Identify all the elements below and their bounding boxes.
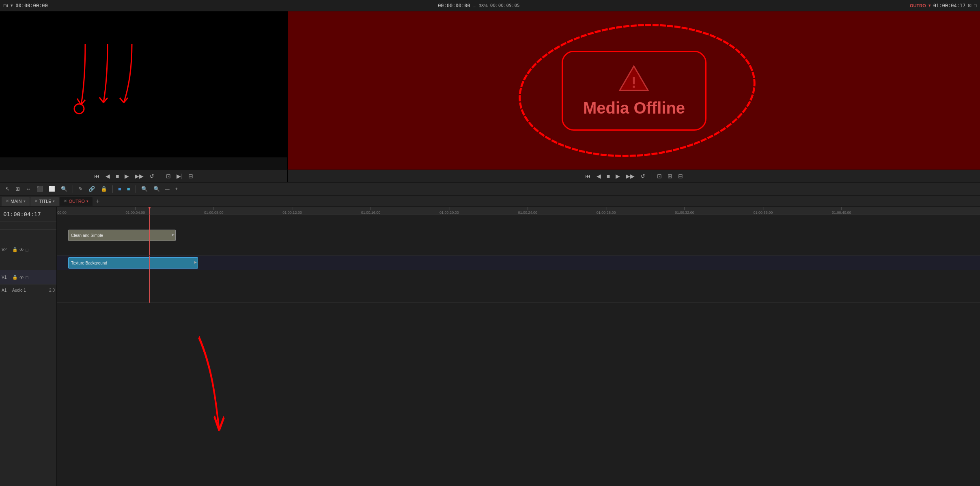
toolbar-separator-2	[112, 185, 113, 193]
source-skip-start-button[interactable]: ⏮	[93, 172, 101, 180]
v1-lock-icon[interactable]: 🔒	[12, 275, 18, 280]
program-transport-sep	[651, 172, 651, 180]
media-offline-text: Media Offline	[583, 99, 685, 117]
ruler-mark-11: 01:00:40:00	[832, 207, 851, 215]
zoom-tool-button[interactable]: 🔍	[59, 185, 69, 193]
tab-main[interactable]: ✕ MAIN ▾	[2, 197, 30, 206]
source-lift-button[interactable]: ▶|	[175, 172, 184, 180]
clip-texture-background[interactable]: Texture Background ▸	[68, 257, 198, 269]
draw-tool-button[interactable]: ✎	[76, 185, 85, 193]
transport-area: ⏮ ◀ ■ ▶ ▶▶ ↺ ⊡ ▶| ⊟ ⏮ ◀ ■ ▶ ▶▶ ↺ ⊡ ⊞ ⊟	[0, 170, 980, 183]
ruler-mark-4: 01:00:12:00	[282, 207, 302, 215]
right-timecode: 01:00:04:17	[933, 3, 965, 9]
a1-num: 2.0	[49, 288, 55, 292]
ruler-mark-2: 01:00:04:00	[126, 207, 145, 215]
transport-separator	[160, 172, 160, 180]
source-ext-button[interactable]: ⊟	[187, 172, 195, 180]
preview-area: ! Media Offline	[0, 11, 980, 170]
v2-lock-icon[interactable]: 🔒	[12, 247, 18, 252]
program-prev-frame-button[interactable]: ◀	[595, 172, 603, 180]
source-video-display	[0, 11, 287, 157]
tab-main-label: MAIN	[11, 199, 22, 204]
program-loop-button[interactable]: ↺	[639, 172, 647, 180]
options-dots[interactable]: ...	[473, 3, 476, 8]
program-duration: 00:00:09:05	[490, 3, 520, 8]
color-cyan-button[interactable]: ■	[125, 185, 132, 193]
panel-icon-2[interactable]: □	[974, 3, 977, 8]
source-next-frame-button[interactable]: ▶▶	[133, 172, 145, 180]
ruler-mark-7: 01:00:24:00	[518, 207, 537, 215]
tab-outro-label: OUTRO	[69, 199, 85, 204]
source-insert-button[interactable]: ⊡	[164, 172, 172, 180]
a1-label: A1	[2, 288, 11, 292]
program-stop-button[interactable]: ■	[605, 172, 612, 180]
timeline-ruler[interactable]: 01:00:00:00 01:00:04:00 01:00:08:00 01:0…	[57, 207, 980, 215]
zoom-out-button[interactable]: 🔍	[139, 185, 150, 193]
tab-outro-chevron[interactable]: ▾	[86, 199, 88, 203]
source-loop-button[interactable]: ↺	[148, 172, 156, 180]
timeline-tracks: 01:00:00:00 01:00:04:00 01:00:08:00 01:0…	[57, 207, 980, 486]
slide-tool-button[interactable]: ⬛	[34, 185, 45, 193]
track-lane-v2: Clean and Simple ▸	[57, 215, 980, 256]
v1-eye-icon[interactable]: 👁	[19, 275, 24, 280]
source-monitor-header: Fit ▾ 00:00:00:00	[3, 3, 48, 9]
tab-title-close[interactable]: ✕	[34, 199, 38, 203]
outro-label: OUTRO	[910, 3, 926, 8]
clip-v1-label: Texture Background	[71, 261, 107, 265]
slip-tool-button[interactable]: ↔	[24, 185, 33, 193]
panel-icon-1[interactable]: ⊡	[968, 3, 971, 8]
track-header-v1: V1 🔒 👁 □	[0, 270, 56, 285]
ruler-mark-10: 01:00:36:00	[754, 207, 773, 215]
tab-title-chevron[interactable]: ▾	[53, 199, 55, 203]
clip-clean-and-simple[interactable]: Clean and Simple ▸	[68, 230, 176, 241]
track-lane-a1	[57, 270, 980, 303]
sequence-tabs: ✕ MAIN ▾ ✕ TITLE ▾ ✕ OUTRO ▾ +	[0, 196, 980, 207]
outro-header: OUTRO ▾ 01:00:04:17 ⊡ □	[910, 3, 977, 9]
zoom-fit-button[interactable]: 🔍	[151, 185, 162, 193]
ruler-mark-8: 01:00:28:00	[597, 207, 616, 215]
program-next-frame-button[interactable]: ▶▶	[624, 172, 636, 180]
tab-main-chevron[interactable]: ▾	[24, 199, 26, 203]
source-monitor	[0, 11, 288, 170]
tab-outro[interactable]: ✕ OUTRO ▾	[60, 197, 93, 206]
program-play-button[interactable]: ▶	[614, 172, 622, 180]
program-extra-2[interactable]: ⊞	[666, 172, 674, 180]
v1-settings-icon[interactable]: □	[26, 275, 28, 280]
tab-outro-close[interactable]: ✕	[64, 199, 67, 203]
link-tool-button[interactable]: 🔗	[86, 185, 97, 193]
source-prev-frame-button[interactable]: ◀	[104, 172, 112, 180]
program-extra-3[interactable]: ⊟	[676, 172, 685, 180]
warning-triangle-icon: !	[618, 64, 650, 92]
track-lane-v1: Texture Background ▸	[57, 256, 980, 270]
fit-label: Fit	[3, 3, 8, 8]
toolbar-separator-1	[73, 185, 73, 193]
program-skip-start-button[interactable]: ⏮	[584, 172, 592, 180]
zoom-indicator: —	[164, 187, 171, 191]
program-extra-1[interactable]: ⊡	[655, 172, 663, 180]
v2-settings-icon[interactable]: □	[26, 247, 28, 252]
playhead-indicator	[149, 207, 150, 215]
ruler-spacer	[0, 221, 56, 230]
tab-title[interactable]: ✕ TITLE ▾	[30, 197, 59, 206]
ruler-mark-5: 01:00:16:00	[361, 207, 381, 215]
pen-tool-button[interactable]: ⬜	[47, 185, 57, 193]
playhead-line-a1	[149, 270, 150, 303]
program-timecode: 00:00:00:00	[438, 3, 470, 9]
ripple-tool-button[interactable]: ⊞	[13, 185, 22, 193]
media-offline-box: ! Media Offline	[562, 51, 706, 131]
v2-eye-icon[interactable]: 👁	[19, 247, 24, 252]
tab-main-close[interactable]: ✕	[6, 199, 9, 203]
ruler-mark-9: 01:00:32:00	[675, 207, 694, 215]
source-play-button[interactable]: ▶	[123, 172, 131, 180]
a1-track-name: Audio 1	[12, 288, 26, 292]
lock-tool-button[interactable]: 🔒	[99, 185, 109, 193]
source-stop-button[interactable]: ■	[114, 172, 121, 180]
zoom-level: 38%	[479, 3, 488, 8]
tab-title-label: TITLE	[39, 199, 52, 204]
color-blue-button[interactable]: ■	[116, 185, 123, 193]
select-tool-button[interactable]: ↖	[3, 185, 12, 193]
add-sequence-tab-button[interactable]: +	[93, 198, 102, 205]
program-transport: ⏮ ◀ ■ ▶ ▶▶ ↺ ⊡ ⊞ ⊟	[288, 170, 980, 182]
clip-v2-label: Clean and Simple	[71, 233, 103, 238]
zoom-in-button[interactable]: +	[173, 185, 180, 193]
